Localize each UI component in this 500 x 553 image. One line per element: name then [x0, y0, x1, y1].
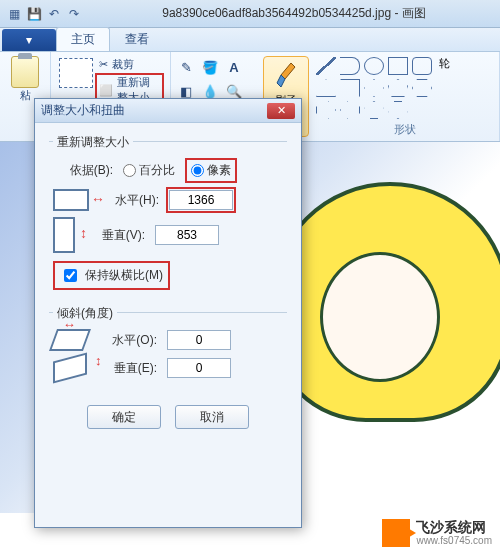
redo-icon[interactable]: ↷ — [66, 6, 82, 22]
shape-arrow-down[interactable] — [388, 101, 408, 119]
skew-h-icon — [49, 329, 91, 351]
resize-icon: ⬜ — [99, 84, 113, 97]
ok-button[interactable]: 确定 — [87, 405, 161, 429]
dialog-close-button[interactable]: ✕ — [267, 103, 295, 119]
horizontal-icon — [53, 189, 89, 211]
quick-access-toolbar: ▦ 💾 ↶ ↷ — [0, 6, 88, 22]
shapes-group: 轮 形状 — [311, 52, 500, 141]
fill-tool[interactable]: 🪣 — [199, 56, 221, 78]
skew-v-input[interactable] — [167, 358, 231, 378]
dialog-title: 调整大小和扭曲 — [41, 102, 125, 119]
crop-icon: ✂ — [99, 58, 108, 71]
paste-button[interactable]: 粘 — [6, 56, 44, 103]
tab-view[interactable]: 查看 — [110, 27, 164, 51]
by-label: 依据(B): — [53, 162, 113, 179]
shape-rect[interactable] — [388, 57, 408, 75]
dialog-titlebar: 调整大小和扭曲 ✕ — [35, 99, 301, 123]
keep-ratio-input[interactable] — [64, 269, 77, 282]
shapes-label: 形状 — [315, 122, 495, 137]
watermark-name: 飞沙系统网 — [416, 520, 492, 535]
shape-oval[interactable] — [364, 57, 384, 75]
shape-arrow-up[interactable] — [364, 101, 384, 119]
ribbon-tabs: ▾ 主页 查看 — [0, 28, 500, 52]
undo-icon[interactable]: ↶ — [46, 6, 62, 22]
file-menu-button[interactable]: ▾ — [2, 29, 56, 51]
vertical-input[interactable] — [155, 225, 219, 245]
outline-button[interactable]: 轮 — [439, 56, 450, 76]
select-tool[interactable] — [59, 58, 93, 88]
watermark-icon — [382, 519, 410, 547]
brush-icon — [273, 61, 299, 93]
resize-fieldset: 重新调整大小 依据(B): 百分比 像素 水平(H): 垂直(V): 保持纵横比… — [49, 141, 287, 304]
horizontal-label: 水平(H): — [99, 192, 159, 209]
cartoon-image — [270, 182, 500, 502]
resize-dialog: 调整大小和扭曲 ✕ 重新调整大小 依据(B): 百分比 像素 水平(H): 垂直… — [34, 98, 302, 528]
text-tool[interactable]: A — [223, 56, 245, 78]
keep-ratio-checkbox[interactable]: 保持纵横比(M) — [53, 261, 170, 290]
pencil-tool[interactable]: ✎ — [175, 56, 197, 78]
skew-v-icon — [53, 352, 87, 383]
shape-curve[interactable] — [340, 57, 360, 75]
shape-pentagon[interactable] — [388, 79, 408, 97]
skew-fieldset: 倾斜(角度) 水平(O): 垂直(E): — [49, 312, 287, 391]
skew-h-input[interactable] — [167, 330, 231, 350]
window-titlebar: ▦ 💾 ↶ ↷ 9a8390ce06adf8ab3564492b0534425d… — [0, 0, 500, 28]
shape-arrow-right[interactable] — [316, 101, 336, 119]
radio-percent[interactable]: 百分比 — [123, 162, 175, 179]
skew-v-label: 垂直(E): — [97, 360, 157, 377]
shape-arrow-left[interactable] — [340, 101, 360, 119]
save-icon[interactable]: 💾 — [26, 6, 42, 22]
vertical-icon — [53, 217, 75, 253]
crop-button[interactable]: ✂裁剪 — [95, 56, 164, 73]
shape-hexagon[interactable] — [412, 79, 432, 97]
shape-diamond[interactable] — [364, 79, 384, 97]
watermark: 飞沙系统网 www.fs0745.com — [382, 519, 492, 547]
horizontal-input[interactable] — [169, 190, 233, 210]
shape-line[interactable] — [316, 57, 336, 75]
vertical-label: 垂直(V): — [85, 227, 145, 244]
paste-icon — [11, 56, 39, 88]
shape-triangle[interactable] — [316, 79, 336, 97]
watermark-url: www.fs0745.com — [416, 535, 492, 546]
skew-h-label: 水平(O): — [97, 332, 157, 349]
shape-roundrect[interactable] — [412, 57, 432, 75]
window-title: 9a8390ce06adf8ab3564492b0534425d.jpg - 画… — [88, 5, 500, 22]
cancel-button[interactable]: 取消 — [175, 405, 249, 429]
tab-home[interactable]: 主页 — [56, 27, 110, 51]
paste-label: 粘 — [20, 88, 31, 103]
radio-pixels[interactable]: 像素 — [185, 158, 237, 183]
resize-legend: 重新调整大小 — [53, 134, 133, 151]
app-icon: ▦ — [6, 6, 22, 22]
shape-right-triangle[interactable] — [340, 79, 360, 97]
